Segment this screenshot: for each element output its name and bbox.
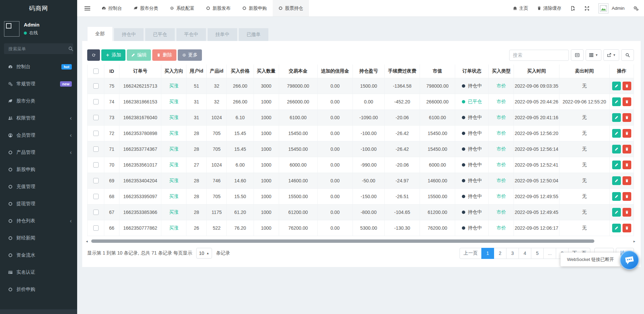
sidebar-item-权限管理[interactable]: 权限管理 ‹ [0,109,77,127]
cell-id: 71 [104,141,119,157]
row-delete-button[interactable] [623,192,631,201]
user-avatar[interactable] [4,21,19,37]
cell-quantity: 3000 [254,78,279,94]
sidebar-item-常规管理[interactable]: 常规管理 new [0,75,77,92]
page-button-4[interactable]: 4 [519,248,531,259]
navbar-tab-新股发布[interactable]: 新股发布 [200,0,236,16]
row-edit-button[interactable] [612,129,621,138]
export-dropdown-button[interactable]: ▼ [603,49,619,61]
add-button[interactable]: 添加 [101,49,125,61]
row-delete-button[interactable] [623,161,631,169]
clear-cache-link[interactable]: 清除缓存 [537,5,561,11]
refresh-button[interactable] [87,49,100,61]
settings-cogs-icon[interactable] [633,6,639,11]
filter-tab-持仓中[interactable]: 持仓中 [114,28,144,41]
row-edit-button[interactable] [612,145,621,153]
chat-bubble-button[interactable] [620,251,639,270]
filter-tab-平仓中[interactable]: 平仓中 [176,28,206,41]
search-toggle-button[interactable] [621,49,634,61]
row-delete-button[interactable] [623,113,631,122]
navbar-tab-新股申购[interactable]: 新股申购 [236,0,273,16]
row-edit-button[interactable] [612,192,621,201]
row-checkbox[interactable] [93,99,99,104]
cell-principal: 61200.00 [279,204,317,220]
sidebar-item-充值管理[interactable]: 充值管理 [0,178,77,195]
page-button-3[interactable]: 3 [506,248,519,259]
page-button-1[interactable]: 1 [481,248,494,259]
prev-page-button[interactable]: 上一页 [460,248,482,259]
sidebar-item-实名认证[interactable]: 实名认证 [0,264,77,281]
row-checkbox[interactable] [93,83,99,89]
sidebar-item-新股申购[interactable]: 新股申购 [0,161,77,178]
row-checkbox[interactable] [93,115,99,120]
sidebar-item-提现管理[interactable]: 提现管理 [0,195,77,212]
table-row: 751662426215713买涨5132266.003000798000.00… [88,78,634,94]
sidebar-item-会员管理[interactable]: 会员管理 ‹ [0,127,77,144]
cell-id: 73 [104,109,119,125]
filter-tab-全部[interactable]: 全部 [88,27,112,41]
page-button-5[interactable]: 5 [531,248,544,259]
row-edit-button[interactable] [612,97,621,106]
sidebar-item-产品管理[interactable]: 产品管理 ‹ [0,144,77,161]
filter-tab-已撤单[interactable]: 已撤单 [239,28,268,41]
row-edit-button[interactable] [612,224,621,232]
navbar-tab-股市分类[interactable]: 股市分类 [128,0,164,16]
row-delete-button[interactable] [623,97,631,106]
cell-product_id: 1024 [207,157,227,173]
table-wrap: ID订单号买入方向用户id产品id买入价格买入数量交易本金追加的信用金持仓盈亏手… [82,61,641,236]
home-link[interactable]: 主页 [513,5,528,11]
row-edit-button[interactable] [612,208,621,217]
hamburger-menu-icon[interactable] [77,0,96,16]
refresh-page-icon[interactable] [570,6,576,11]
toggle-view-button[interactable] [571,49,584,61]
table-row: 681662353395097买涨2870515.50100015500.000… [88,188,634,204]
sidebar-item-股市分类[interactable]: 股市分类 [0,92,77,109]
columns-dropdown-button[interactable]: ▼ [586,49,601,61]
sidebar-search-input[interactable] [8,46,68,52]
scroll-right-arrow-icon[interactable]: ▸ [633,239,635,243]
sidebar-item-财经新闻[interactable]: 财经新闻 [0,229,77,246]
row-delete-button[interactable] [623,224,631,232]
sidebar-item-控制台[interactable]: 控制台 hot [0,58,77,75]
row-delete-button[interactable] [623,176,631,185]
page-size-select[interactable]: 10 ▲ [196,248,212,259]
row-checkbox[interactable] [93,146,99,152]
row-checkbox[interactable] [93,225,99,231]
row-checkbox[interactable] [93,210,99,215]
row-checkbox[interactable] [93,162,99,168]
delete-button[interactable]: 删除 [152,49,176,61]
row-checkbox[interactable] [93,178,99,183]
sidebar-item-持仓列表[interactable]: 持仓列表 ‹ [0,212,77,229]
scroll-left-arrow-icon[interactable]: ◂ [86,239,88,243]
row-checkbox[interactable] [93,194,99,199]
sidebar-bottom-bar[interactable] [0,309,77,314]
navbar-tab-系统配置[interactable]: 系统配置 [164,0,200,16]
row-delete-button[interactable] [623,208,631,217]
row-delete-button[interactable] [623,129,631,138]
navbar-tab-股票持仓[interactable]: 股票持仓 [273,0,309,16]
sidebar-item-资金流水[interactable]: 资金流水 [0,246,77,264]
row-delete-button[interactable] [623,82,631,90]
sidebar-item-label: 股市分类 [16,98,72,104]
select-all-checkbox[interactable] [93,69,99,74]
row-edit-button[interactable] [612,176,621,185]
navbar-tab-控制台[interactable]: 控制台 [96,0,128,16]
edit-button[interactable]: 编辑 [127,49,151,61]
sidebar-item-折价申购[interactable]: 折价申购 [0,281,77,298]
fullscreen-icon[interactable] [584,6,590,11]
row-checkbox[interactable] [93,131,99,136]
row-edit-button[interactable] [612,161,621,169]
cell-buy_time: 2022-09-05 12:50:04 [514,173,559,188]
scrollbar-thumb[interactable] [91,239,594,243]
row-delete-button[interactable] [623,145,631,153]
filter-tab-挂单中[interactable]: 挂单中 [208,28,237,41]
cell-profit: -990.00 [353,157,384,173]
chat-icon [625,256,634,265]
user-menu[interactable]: Admin [598,3,625,13]
table-search-input[interactable] [509,50,569,61]
more-button[interactable]: 更多 [178,49,202,61]
row-edit-button[interactable] [612,113,621,122]
row-edit-button[interactable] [612,82,621,90]
filter-tab-已平仓[interactable]: 已平仓 [145,28,175,41]
page-button-2[interactable]: 2 [494,248,506,259]
